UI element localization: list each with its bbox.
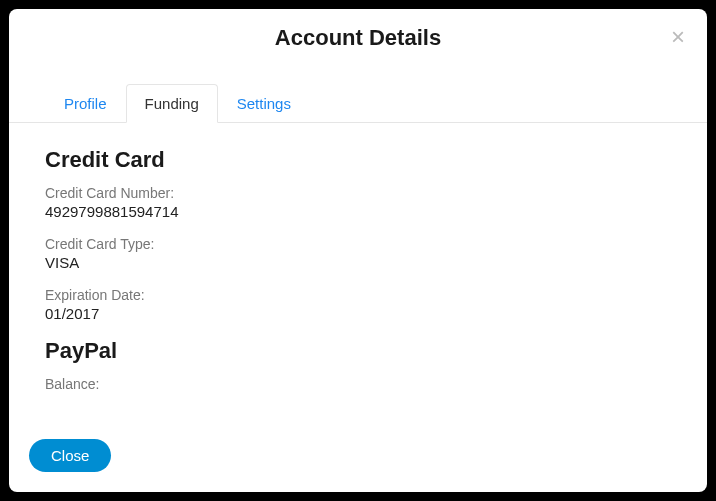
modal-title: Account Details [29, 25, 687, 51]
credit-card-type-field: Credit Card Type: VISA [45, 236, 671, 271]
credit-card-type-value: VISA [45, 254, 671, 271]
tabs: Profile Funding Settings [9, 83, 707, 123]
tab-settings[interactable]: Settings [218, 84, 310, 123]
credit-card-heading: Credit Card [45, 147, 671, 173]
account-details-modal: Account Details × Profile Funding Settin… [9, 9, 707, 492]
paypal-balance-label: Balance: [45, 376, 671, 392]
credit-card-number-field: Credit Card Number: 4929799881594714 [45, 185, 671, 220]
modal-header: Account Details × [9, 9, 707, 67]
tab-profile[interactable]: Profile [45, 84, 126, 123]
credit-card-number-label: Credit Card Number: [45, 185, 671, 201]
close-icon[interactable]: × [663, 21, 693, 53]
expiration-date-field: Expiration Date: 01/2017 [45, 287, 671, 322]
expiration-date-label: Expiration Date: [45, 287, 671, 303]
expiration-date-value: 01/2017 [45, 305, 671, 322]
modal-body: Credit Card Credit Card Number: 49297998… [9, 123, 707, 427]
modal-footer: Close [9, 427, 707, 492]
credit-card-number-value: 4929799881594714 [45, 203, 671, 220]
paypal-heading: PayPal [45, 338, 671, 364]
paypal-balance-field: Balance: [45, 376, 671, 392]
close-button[interactable]: Close [29, 439, 111, 472]
tab-funding[interactable]: Funding [126, 84, 218, 123]
credit-card-type-label: Credit Card Type: [45, 236, 671, 252]
